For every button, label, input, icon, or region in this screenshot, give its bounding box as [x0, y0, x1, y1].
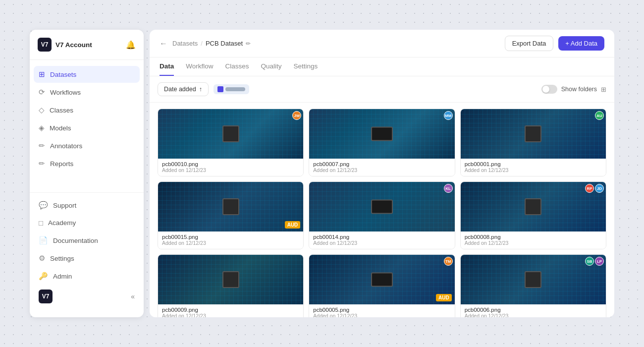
image-badge-3: AUD [285, 221, 301, 229]
documentation-icon: 📄 [39, 236, 48, 245]
tab-classes[interactable]: Classes [225, 58, 249, 76]
sidebar-item-datasets[interactable]: ⊞ Datasets [34, 66, 140, 83]
pcb-thumbnail-5: RP JD [461, 182, 606, 231]
show-folders-label: Show folders [561, 86, 597, 93]
datasets-icon: ⊞ [39, 70, 45, 79]
image-date-2: Added on 12/12/23 [465, 167, 602, 173]
filter-toggle-group: Show folders ⊞ [541, 85, 606, 94]
image-card-4[interactable]: KL pcb00014.png Added on 12/12/23 [309, 181, 455, 249]
pcb-thumbnail-6 [158, 255, 303, 304]
collapse-sidebar-button[interactable]: « [131, 292, 135, 300]
grid-view-icon[interactable]: ⊞ [601, 86, 606, 93]
sidebar-item-workflows[interactable]: ⟳ Workflows [34, 84, 140, 101]
sidebar-item-support[interactable]: 💬 Support [34, 197, 140, 214]
header: ← Datasets / PCB Dataset ✏ Export Data +… [150, 30, 614, 58]
image-name-8: pcb00006.png [465, 307, 602, 313]
image-name-2: pcb00001.png [465, 161, 602, 167]
image-date-1: Added on 12/12/23 [313, 167, 450, 173]
avatar-5b: JD [595, 184, 604, 193]
sidebar-item-annotators[interactable]: ✏ Annotators [34, 137, 140, 154]
show-folders-toggle[interactable] [541, 85, 557, 94]
add-data-button[interactable]: + Add Data [558, 36, 604, 51]
admin-icon: 🔑 [39, 272, 48, 281]
image-info-8: pcb00006.png Added on 12/12/23 [461, 304, 606, 317]
avatar-5: RP [585, 184, 594, 193]
image-card-5[interactable]: RP JD pcb00008.png Added on 12/12/23 [460, 181, 606, 249]
sidebar-logo: V7 V7 Account 🔔 [30, 38, 144, 60]
edit-dataset-icon[interactable]: ✏ [246, 40, 251, 47]
classes-icon: ◇ [39, 106, 45, 115]
image-card-0[interactable]: JW pcb00010.png Added on 12/12/23 [158, 109, 304, 176]
sidebar-item-models[interactable]: ◈ Models [34, 119, 140, 136]
sidebar: V7 V7 Account 🔔 ⊞ Datasets ⟳ Workflows ◇… [30, 30, 144, 317]
header-actions: Export Data + Add Data [505, 36, 604, 51]
v7-logo-icon: V7 [38, 38, 52, 52]
date-filter-label: Date added [164, 86, 196, 93]
image-name-1: pcb00007.png [313, 161, 450, 167]
image-info-0: pcb00010.png Added on 12/12/23 [158, 159, 303, 176]
image-name-7: pcb00005.png [313, 307, 450, 313]
main-content: ← Datasets / PCB Dataset ✏ Export Data +… [150, 30, 614, 317]
tab-settings[interactable]: Settings [294, 58, 318, 76]
image-badge-7: AUD [436, 294, 452, 301]
image-card-1[interactable]: MM pcb00007.png Added on 12/12/23 [309, 109, 455, 176]
image-name-4: pcb00014.png [313, 234, 450, 240]
reports-icon: ✏ [39, 159, 45, 168]
image-info-1: pcb00007.png Added on 12/12/23 [309, 159, 454, 176]
tab-workflow[interactable]: Workflow [186, 58, 213, 76]
image-card-2[interactable]: AU pcb00001.png Added on 12/12/23 [460, 109, 606, 176]
image-info-5: pcb00008.png Added on 12/12/23 [461, 231, 606, 249]
tab-quality[interactable]: Quality [261, 58, 282, 76]
sidebar-item-admin[interactable]: 🔑 Admin [34, 268, 140, 285]
sidebar-item-documentation[interactable]: 📄 Documentation [34, 232, 140, 249]
sidebar-nav: ⊞ Datasets ⟳ Workflows ◇ Classes ◈ Model… [30, 64, 144, 192]
sidebar-item-classes[interactable]: ◇ Classes [34, 102, 140, 118]
image-date-5: Added on 12/12/23 [465, 240, 602, 246]
support-icon: 💬 [39, 201, 48, 210]
image-info-4: pcb00014.png Added on 12/12/23 [309, 231, 454, 249]
footer-logo: V7 [39, 289, 53, 303]
image-name-6: pcb00009.png [162, 307, 299, 313]
breadcrumb-base[interactable]: Datasets [172, 40, 198, 47]
sidebar-item-reports[interactable]: ✏ Reports [34, 155, 140, 172]
image-date-4: Added on 12/12/23 [313, 240, 450, 246]
avatar-1: MM [444, 111, 453, 120]
tab-data[interactable]: Data [160, 58, 174, 76]
avatar-row-5: RP JD [585, 184, 604, 193]
pcb-thumbnail-3: AUD [158, 182, 303, 231]
back-button[interactable]: ← [160, 39, 167, 48]
image-card-6[interactable]: pcb00009.png Added on 12/12/23 [158, 254, 304, 317]
date-filter-button[interactable]: Date added ↑ [158, 82, 209, 96]
bell-icon[interactable]: 🔔 [126, 40, 136, 50]
breadcrumb: Datasets / PCB Dataset ✏ [172, 40, 251, 47]
avatar-row-7: TM [444, 257, 453, 266]
sidebar-item-settings[interactable]: ⚙ Settings [34, 250, 140, 267]
pcb-thumbnail-4: KL [309, 182, 454, 231]
image-info-3: pcb00015.png Added on 12/12/23 [158, 231, 303, 249]
breadcrumb-current: PCB Dataset [206, 40, 243, 47]
filter-bar: Date added ↑ Show folders ⊞ [150, 76, 614, 103]
filter-chips [214, 84, 249, 94]
sidebar-item-academy[interactable]: □ Academy [34, 215, 140, 231]
avatar-4: KL [444, 184, 453, 193]
pcb-thumbnail-0: JW [158, 109, 303, 159]
image-date-6: Added on 12/12/23 [162, 313, 299, 317]
avatar-row-8: SB LP [585, 257, 604, 266]
tabs-bar: Data Workflow Classes Quality Settings [150, 58, 614, 76]
avatar-8: SB [585, 257, 594, 266]
content-area: Date added ↑ Show folders ⊞ [150, 76, 614, 317]
filter-chip-bar [225, 87, 245, 91]
filter-chip-icon [217, 86, 223, 92]
image-name-3: pcb00015.png [162, 234, 299, 240]
image-name-5: pcb00008.png [465, 234, 602, 240]
content-wrapper: JW pcb00010.png Added on 12/12/23 [150, 103, 614, 317]
export-data-button[interactable]: Export Data [505, 36, 554, 51]
pcb-thumbnail-2: AU [461, 109, 606, 159]
image-card-7[interactable]: AUD TM pcb00005.png Added on 12/12/23 [309, 254, 455, 317]
annotators-icon: ✏ [39, 141, 45, 150]
account-name: V7 Account [55, 41, 92, 49]
avatar-row-4: KL [444, 184, 453, 193]
image-card-3[interactable]: AUD pcb00015.png Added on 12/12/23 [158, 181, 304, 249]
image-card-8[interactable]: SB LP pcb00006.png Added on 12/12/23 [460, 254, 606, 317]
pcb-thumbnail-1: MM [309, 109, 454, 159]
